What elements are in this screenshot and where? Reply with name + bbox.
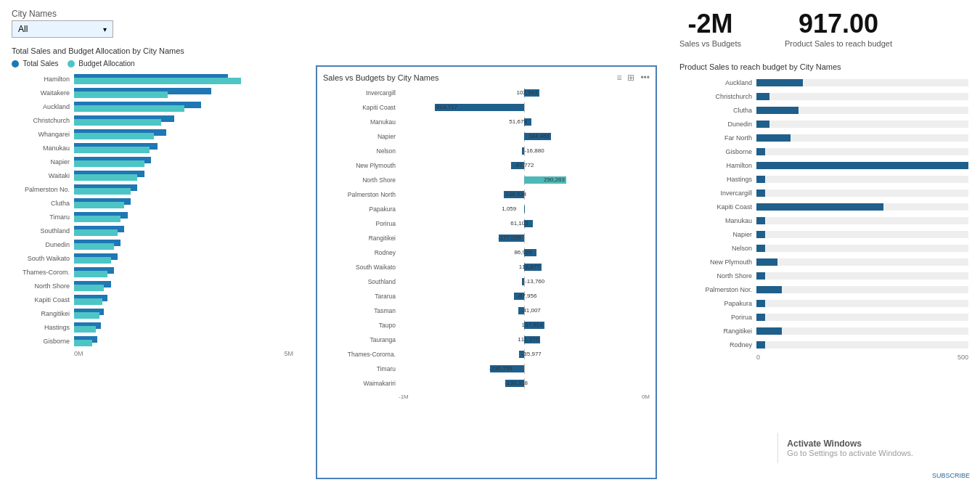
diverging-bar-label: New Plymouth [323,162,396,169]
diverging-bar-row: Taupo137,914 [323,319,650,331]
city-filter-dropdown[interactable]: All ▾ [12,20,113,38]
diverging-bar-track: -614,717 [399,102,650,113]
right-bar-fill [756,245,765,252]
right-bar-row: Christchurch [679,91,968,102]
right-bar-track [756,162,968,169]
bar-value-label: -35,977 [522,351,542,357]
diverging-bar-row: Papakura1,059 [323,203,650,215]
right-bar-fill [756,189,765,197]
bar-budget-fill [74,119,161,126]
right-bar-track [756,93,968,100]
bar-value-label: -67,956 [517,293,536,299]
bar-value-label: -87,772 [514,162,534,168]
right-bar-row: Auckland [679,77,968,89]
right-bar-track [756,79,968,86]
bar-track [74,240,287,250]
bar-label: Whangarei [12,131,70,138]
left-chart-title: Total Sales and Budget Allocation by Cit… [12,46,293,55]
bar-label: Hamilton [12,76,70,83]
right-panel: -2M Sales vs Budgets 917.00 Product Sale… [668,0,980,485]
right-bar-row: Porirua [679,311,968,323]
diverging-bar-track: 102,943 [399,88,650,98]
right-bar-label: Rodney [679,341,752,349]
bar-value-label: 61,102 [510,220,528,227]
bar-label: North Shore [12,282,70,290]
bar-track [74,295,287,305]
diverging-bar-label: Tasman [323,307,396,314]
bar-track [74,212,287,222]
bar-track [74,226,287,236]
bar-budget-fill [74,216,121,222]
total-sales-dot [12,60,19,68]
center-panel-header: Sales vs Budgets by City Names ≡ ⊞ ••• [323,73,650,83]
right-bar-label: Manukau [679,217,752,224]
bar-value-label: -177,039 [498,235,521,241]
diverging-bar-row: Manukau51,679 [323,116,650,128]
right-bar-fill [756,148,765,155]
diverging-bar-label: Tararua [323,293,396,300]
bar-label: Auckland [12,103,70,110]
legend: Total Sales Budget Allocation [12,60,293,68]
bar-track [74,74,287,84]
right-bar-row: Manukau [679,215,968,227]
diverging-bar-label: Manukau [323,118,396,126]
right-bar-track [756,272,968,280]
left-bar-row: Gisborne [12,335,287,347]
bar-value-label: 290,263 [544,176,565,183]
right-bar-fill [756,203,883,211]
kpi-row: -2M Sales vs Budgets 917.00 Product Sale… [679,9,968,48]
right-bar-fill [756,258,777,266]
diverging-bar-row: Thames-Coroma.-35,977 [323,349,650,360]
left-bar-row: Southland [12,225,287,237]
center-axis-labels: -1M 0M [399,394,650,400]
negative-bar [522,147,524,155]
diverging-bar-track: 184,463 [399,131,650,142]
right-bar-label: Kapiti Coast [679,203,752,211]
right-bar-label: Hamilton [679,162,752,169]
right-axis-labels: 0 500 [756,354,968,361]
diverging-bar-label: Thames-Coroma. [323,351,396,358]
bar-budget-fill [74,91,168,98]
right-bar-label: Christchurch [679,93,752,100]
filter-value: All [18,24,28,34]
left-bar-row: Rangitikei [12,308,287,319]
subscribe-button[interactable]: SUBSCRIBE [932,472,970,479]
right-bar-track [756,314,968,321]
right-bar-label: Dunedin [679,121,752,128]
left-bar-row: Christchurch [12,115,287,126]
right-bar-row: Rodney [679,339,968,351]
diverging-bar-label: South Waikato [323,264,396,271]
diverging-bar-row: Tararua-67,956 [323,290,650,302]
right-bar-label: Papakura [679,300,752,307]
diverging-bar-row: Rodney86,920 [323,247,650,258]
left-bar-row: Napier [12,156,287,168]
diverging-bar-label: Waimakariri [323,380,396,387]
expand-icon[interactable]: ⊞ [627,73,634,83]
right-bar-row: Nelson [679,242,968,254]
bar-value-label: 1,059 [502,205,516,212]
bar-track [74,267,287,277]
right-bar-track [756,341,968,349]
diverging-bar-track: 51,679 [399,117,650,127]
bar-value-label: 86,920 [514,249,531,256]
bar-value-label: -41,007 [521,307,541,314]
right-bar-row: Papakura [679,298,968,309]
right-bar-track [756,231,968,238]
bar-budget-fill [74,340,92,346]
left-bar-row: North Shore [12,280,287,292]
diverging-bar-label: Palmerston North [323,191,396,198]
right-bar-label: Palmerston Nor. [679,286,752,293]
right-bar-label: Napier [679,231,752,238]
diverging-bar-track: -41,007 [399,306,650,316]
right-bar-track [756,189,968,197]
menu-icon[interactable]: ≡ [616,73,621,83]
diverging-bar-row: Napier184,463 [323,131,650,142]
bar-track [74,322,287,333]
right-chart-title: Product Sales to reach budget by City Na… [679,62,968,71]
left-bar-row: Waitakere [12,87,287,99]
left-axis-labels: 0M 5M [74,350,293,357]
bar-track [74,143,287,153]
more-icon[interactable]: ••• [640,73,650,83]
diverging-bar-row: Palmerston North-138,534 [323,189,650,200]
bar-value-label: -614,717 [434,104,457,110]
